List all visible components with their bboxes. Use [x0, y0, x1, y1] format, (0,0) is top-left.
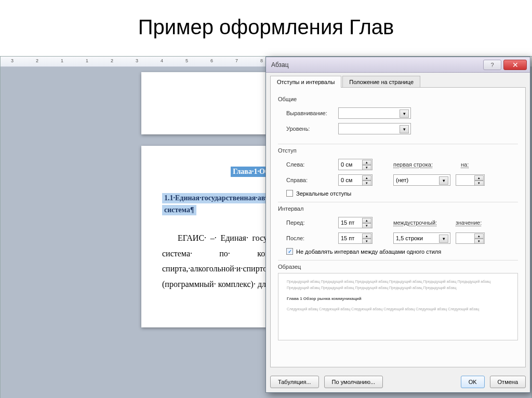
- mirror-label: Зеркальные отступы: [296, 190, 351, 197]
- spin-down-icon[interactable]: ▾: [362, 165, 371, 170]
- spin-up-icon[interactable]: ▴: [362, 234, 371, 239]
- nospace-label: Не добавлять интервал между абзацами одн…: [296, 249, 441, 255]
- ruler-tick: 1: [86, 58, 88, 63]
- spin-up-icon[interactable]: ▴: [362, 218, 371, 223]
- after-spinner[interactable]: 15 пт▴▾: [338, 232, 373, 244]
- dialog-title: Абзац: [271, 61, 289, 68]
- group-preview-label: Образец: [278, 264, 518, 270]
- default-button[interactable]: По умолчанию...: [324, 376, 383, 388]
- right-spinner[interactable]: 0 см▴▾: [338, 174, 373, 186]
- group-spacing-label: Интервал: [278, 205, 518, 212]
- paragraph-dialog: Абзац ? ✕ Отступы и интервалы Положение …: [265, 57, 530, 393]
- linespacing-label: междустрочный:: [393, 219, 445, 226]
- dialog-tabs: Отступы и интервалы Положение на страниц…: [266, 73, 530, 88]
- tabs-button[interactable]: Табуляция...: [270, 376, 319, 388]
- level-label: Уровень:: [286, 126, 338, 132]
- after-label: После:: [286, 235, 338, 241]
- preview-sample-text: Глава 1 Обзор рынка коммуникаций: [287, 295, 509, 303]
- by-spinner[interactable]: ▴▾: [456, 174, 485, 186]
- tab-indents-spacing[interactable]: Отступы и интервалы: [270, 76, 341, 88]
- help-button[interactable]: ?: [483, 60, 501, 70]
- ruler-tick: 5: [185, 58, 188, 63]
- close-button[interactable]: ✕: [503, 60, 527, 70]
- firstline-label: первая строка:: [393, 161, 445, 168]
- group-general: Выравнивание: Уровень:: [278, 105, 518, 144]
- ruler-tick: 2: [111, 58, 113, 63]
- cancel-button[interactable]: Отмена: [490, 376, 526, 388]
- right-label: Справа:: [286, 177, 338, 183]
- nospace-checkbox[interactable]: ✓: [286, 248, 293, 255]
- subheading-line2: система¶: [162, 205, 196, 215]
- firstline-combo[interactable]: (нет): [393, 174, 450, 186]
- ruler-tick: 2: [36, 58, 38, 63]
- left-label: Слева:: [286, 161, 338, 168]
- spin-down-icon[interactable]: ▾: [474, 181, 484, 186]
- group-general-label: Общие: [278, 96, 518, 102]
- ruler-tick: 3: [136, 58, 138, 63]
- spin-up-icon[interactable]: ▴: [362, 175, 371, 181]
- spin-up-icon[interactable]: ▴: [474, 234, 484, 239]
- left-spinner[interactable]: 0 см▴▾: [338, 159, 373, 170]
- group-indent: Слева: 0 см▴▾ первая строка: на: Справа:…: [278, 157, 518, 202]
- dialog-body: Общие Выравнивание: Уровень: Отступ Слев…: [270, 87, 526, 367]
- mirror-checkbox[interactable]: [286, 190, 293, 197]
- preview-box: Предыдущий абзац Предыдущий абзац Предыд…: [278, 273, 518, 340]
- ok-button[interactable]: OK: [461, 376, 485, 388]
- level-combo[interactable]: [338, 123, 411, 134]
- spin-down-icon[interactable]: ▾: [362, 239, 371, 244]
- at-spinner[interactable]: ▴▾: [456, 232, 485, 244]
- ruler-tick: 4: [161, 58, 163, 63]
- before-label: Перед:: [286, 219, 338, 226]
- dialog-buttons: Табуляция... По умолчанию... OK Отмена: [270, 376, 526, 388]
- ruler-tick: 7: [235, 58, 238, 63]
- spin-up-icon[interactable]: ▴: [474, 175, 484, 181]
- dialog-titlebar[interactable]: Абзац ? ✕: [266, 57, 530, 73]
- ruler-tick: 6: [210, 58, 213, 63]
- alignment-label: Выравнивание:: [286, 110, 338, 116]
- alignment-combo[interactable]: [338, 107, 411, 119]
- ruler-tick: 3: [11, 58, 14, 63]
- ruler-tick: 1: [61, 58, 63, 63]
- spin-up-icon[interactable]: ▴: [362, 160, 371, 165]
- by-label: на:: [461, 161, 476, 168]
- spin-down-icon[interactable]: ▾: [362, 223, 371, 228]
- at-label: значение:: [456, 219, 484, 226]
- slide-title: Пример оформления Глав: [0, 0, 532, 49]
- tab-page-position[interactable]: Положение на странице: [342, 76, 420, 88]
- before-spinner[interactable]: 15 пт▴▾: [338, 217, 373, 228]
- group-indent-label: Отступ: [278, 147, 518, 154]
- spin-down-icon[interactable]: ▾: [362, 181, 371, 186]
- linespacing-combo[interactable]: 1,5 строки: [393, 232, 450, 244]
- ruler-tick: 8: [260, 58, 263, 63]
- group-spacing: Перед: 15 пт▴▾ междустрочный: значение: …: [278, 215, 518, 260]
- spin-down-icon[interactable]: ▾: [474, 239, 484, 244]
